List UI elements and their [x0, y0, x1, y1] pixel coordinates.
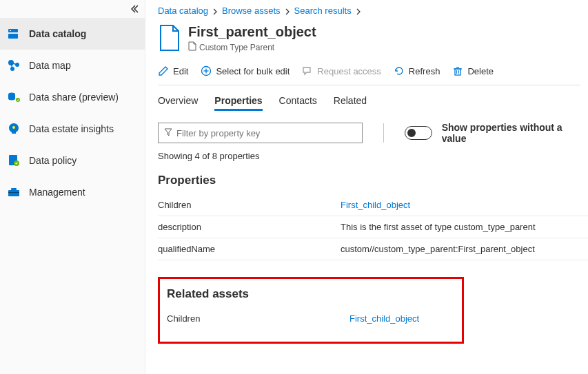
property-value: This is the first asset of type custom_t…: [341, 222, 588, 232]
breadcrumb-link[interactable]: Data catalog: [158, 6, 208, 16]
sidebar-item-label: Data map: [29, 60, 71, 71]
tab-overview[interactable]: Overview: [158, 95, 198, 111]
property-key: qualifiedName: [158, 244, 341, 254]
policy-icon: [7, 154, 21, 167]
sidebar-item-management[interactable]: Management: [0, 176, 145, 208]
asset-file-icon: [158, 24, 181, 52]
filter-input-wrap[interactable]: [158, 123, 363, 143]
sidebar: Data catalog Data map Data share (previe…: [0, 0, 145, 374]
breadcrumb-link[interactable]: Browse assets: [222, 6, 281, 16]
related-key: Children: [167, 313, 349, 324]
toggle-show-empty[interactable]: [405, 126, 432, 140]
chevron-right-icon: [212, 6, 218, 16]
svg-point-12: [12, 126, 15, 129]
breadcrumb: Data catalog Browse assets Search result…: [158, 6, 588, 16]
divider: [383, 123, 384, 143]
svg-rect-16: [11, 188, 17, 190]
property-row: qualifiedName custom//custom_type_parent…: [158, 238, 588, 260]
property-link[interactable]: First_child_object: [341, 200, 410, 210]
main-content: Data catalog Browse assets Search result…: [145, 0, 588, 374]
sidebar-item-data-map[interactable]: Data map: [0, 50, 145, 81]
svg-rect-1: [8, 34, 18, 39]
related-row: Children First_child_object: [167, 308, 455, 329]
add-icon: [201, 65, 212, 76]
filter-input[interactable]: [176, 128, 356, 138]
delete-button[interactable]: Delete: [452, 65, 494, 76]
related-link[interactable]: First_child_object: [349, 313, 419, 324]
svg-rect-2: [10, 30, 11, 31]
chevron-right-icon: [285, 6, 290, 16]
property-value: custom//custom_type_parent:First_parent_…: [341, 244, 588, 254]
svg-point-10: [8, 97, 15, 101]
tab-contacts[interactable]: Contacts: [279, 95, 317, 111]
property-key: Children: [158, 200, 341, 210]
catalog-icon: [7, 27, 21, 41]
property-row: description This is the first asset of t…: [158, 216, 588, 238]
sidebar-item-data-policy[interactable]: Data policy: [0, 145, 145, 176]
edit-icon: [158, 65, 169, 76]
map-icon: [7, 59, 21, 72]
delete-icon: [452, 65, 463, 76]
edit-button[interactable]: Edit: [158, 65, 188, 76]
svg-rect-15: [8, 190, 19, 196]
management-icon: [7, 185, 21, 199]
related-assets-heading: Related assets: [167, 287, 455, 301]
subtype-icon: [188, 41, 196, 53]
sidebar-item-label: Data share (preview): [29, 92, 119, 103]
asset-subtype: Custom Type Parent: [188, 41, 316, 53]
asset-header: First_parent_object Custom Type Parent: [158, 24, 588, 53]
properties-heading: Properties: [158, 174, 588, 187]
chevron-right-icon: [356, 6, 361, 16]
breadcrumb-link[interactable]: Search results: [294, 6, 352, 16]
toggle-label: Show properties without a value: [442, 122, 588, 144]
filter-icon: [164, 128, 172, 138]
related-assets-highlight: Related assets Children First_child_obje…: [158, 277, 464, 344]
tab-properties[interactable]: Properties: [214, 95, 262, 111]
property-key: description: [158, 222, 341, 232]
refresh-button[interactable]: Refresh: [394, 65, 440, 76]
property-row: Children First_child_object: [158, 194, 588, 216]
refresh-icon: [394, 65, 405, 76]
property-counter: Showing 4 of 8 properties: [158, 151, 588, 161]
asset-title: First_parent_object: [188, 24, 316, 40]
svg-rect-21: [455, 69, 460, 75]
collapse-sidebar-icon[interactable]: [130, 4, 139, 16]
sidebar-item-label: Data policy: [29, 155, 77, 166]
sidebar-item-data-estate-insights[interactable]: Data estate insights: [0, 113, 145, 145]
toolbar: Edit Select for bulk edit Request access…: [158, 63, 580, 85]
request-icon: [302, 65, 313, 76]
select-bulk-button[interactable]: Select for bulk edit: [201, 65, 290, 76]
tabs: Overview Properties Contacts Related: [158, 95, 588, 111]
sidebar-item-label: Data catalog: [29, 28, 86, 39]
sidebar-item-label: Data estate insights: [29, 123, 114, 134]
svg-point-11: [16, 98, 20, 102]
tab-related[interactable]: Related: [334, 95, 367, 111]
svg-rect-17: [8, 192, 19, 193]
insights-icon: [7, 122, 21, 136]
sidebar-item-data-catalog[interactable]: Data catalog: [0, 18, 145, 50]
toggle-wrap: Show properties without a value: [405, 122, 588, 144]
sidebar-item-label: Management: [29, 187, 85, 198]
sidebar-item-data-share[interactable]: Data share (preview): [0, 81, 145, 113]
share-icon: [7, 90, 21, 104]
filter-row: Show properties without a value: [158, 122, 588, 144]
request-access-button: Request access: [302, 65, 381, 76]
